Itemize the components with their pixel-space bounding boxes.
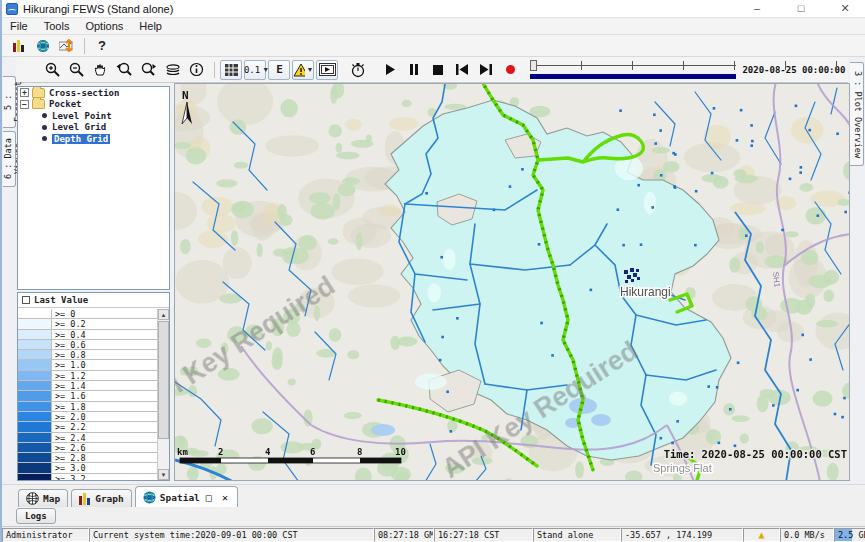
status-throughput: 0.0 MB/s [780, 528, 834, 542]
level-point-dot [737, 361, 740, 364]
tree-leaf[interactable]: Level Point [18, 110, 169, 122]
level-point-dot [716, 386, 719, 389]
map-time-label: Time: 2020-08-25 00:00:00 CST [664, 448, 847, 460]
pause-icon[interactable] [403, 60, 425, 80]
info-icon[interactable] [186, 60, 208, 80]
menu-options[interactable]: Options [77, 20, 131, 32]
legend-panel: Last Value >= 0>= 0.2>= 0.4>= 0.6>= 0.8>… [17, 292, 170, 481]
menu-tools[interactable]: Tools [36, 20, 78, 32]
svg-text:2: 2 [218, 447, 223, 457]
zoom-next-icon[interactable] [138, 60, 160, 80]
globe-icon[interactable] [32, 36, 54, 56]
status-local-time: 16:27:18 CST [434, 528, 533, 542]
play-icon[interactable] [379, 60, 401, 80]
level-point-dot [446, 390, 449, 393]
menu-file[interactable]: File [2, 20, 36, 32]
status-memory[interactable]: 2.5 GB [834, 528, 865, 542]
level-point-dot [734, 444, 737, 447]
status-gmt-time: 08:27:18 GMT [374, 528, 434, 542]
map-view[interactable]: API Key Required API Key Required Hikura… [175, 84, 850, 481]
tree-node[interactable]: −Pocket [18, 99, 169, 111]
level-point-dot [796, 389, 799, 392]
town-label: Hikurangi [620, 285, 671, 299]
level-point-dot [671, 442, 674, 445]
level-point-dot [659, 129, 662, 132]
legend-swatch [18, 340, 52, 349]
last-value-label: Last Value [34, 295, 88, 305]
scroll-up-icon[interactable]: ▲ [158, 309, 169, 320]
legend-entry: >= 1.8 [18, 402, 157, 412]
zoom-in-icon[interactable] [42, 60, 64, 80]
scrollbar-thumb[interactable] [158, 321, 169, 439]
status-bar: Administrator Current system time:2020-0… [2, 526, 865, 542]
stop-icon[interactable] [427, 60, 449, 80]
level-point-dot [674, 153, 677, 156]
side-tab-plot-overview[interactable]: 3 : Plot Overview [850, 62, 864, 166]
close-icon[interactable]: ✕ [823, 0, 865, 17]
tree-leaf[interactable]: Depth Grid [18, 133, 169, 145]
legend-swatch [18, 443, 52, 452]
tree-leaf[interactable]: Level Grid [18, 122, 169, 134]
label-icon[interactable]: E [268, 60, 290, 80]
step-back-icon[interactable] [451, 60, 473, 80]
level-point-dot [740, 109, 743, 112]
step-forward-icon[interactable] [475, 60, 497, 80]
legend-swatch [18, 330, 52, 339]
stopwatch-icon[interactable] [347, 60, 369, 80]
side-tab-data-viewer[interactable]: 6 : Data Viewer [3, 131, 16, 187]
time-slider-thumb[interactable] [530, 60, 537, 71]
globe-blue-icon [143, 491, 156, 504]
legend-swatch [18, 422, 52, 431]
collapse-icon[interactable]: − [20, 100, 29, 109]
level-point-dot [493, 209, 496, 212]
scroll-down-icon[interactable]: ▼ [158, 469, 169, 480]
layers-icon[interactable] [162, 60, 184, 80]
minimize-icon[interactable]: – [735, 0, 779, 17]
scale-dropdown[interactable]: 0.1 ▼ [244, 60, 266, 80]
legend-scrollbar[interactable]: ▲ ▼ [157, 309, 169, 480]
animation-icon[interactable] [316, 60, 338, 80]
legend-label: >= 0.8 [52, 350, 86, 359]
time-slider[interactable] [530, 59, 736, 81]
title-bar[interactable]: Hikurangi FEWS (Stand alone) – □ ✕ [2, 0, 865, 18]
level-point-dot [834, 413, 837, 416]
help-icon[interactable]: ? [91, 36, 113, 56]
side-tab-forecast[interactable]: 5 : Forecast [3, 76, 16, 128]
level-point-dot [440, 256, 443, 259]
bullet-icon [42, 113, 47, 118]
level-point-dot [817, 214, 820, 217]
legend-label: >= 1.6 [52, 391, 86, 400]
legend-entry: >= 2.4 [18, 433, 157, 443]
tab-map[interactable]: Map [18, 489, 68, 507]
legend-swatch [18, 474, 52, 481]
zoom-out-icon[interactable] [66, 60, 88, 80]
timeseries-chart-icon[interactable] [56, 36, 78, 56]
legend-label: >= 3.2 [52, 474, 86, 481]
last-value-checkbox[interactable] [22, 296, 30, 304]
pan-hand-icon[interactable] [90, 60, 112, 80]
level-point-dot [707, 385, 710, 388]
bar-chart-icon [79, 493, 91, 505]
status-warning-cell[interactable]: ▲ [743, 528, 780, 542]
tab-spatial[interactable]: Spatial □ ✕ [135, 486, 238, 507]
zoom-previous-icon[interactable] [114, 60, 136, 80]
database-icon[interactable] [8, 36, 30, 56]
close-panel-icon[interactable]: ✕ [222, 492, 230, 503]
logs-button[interactable]: Logs [16, 508, 56, 524]
grid-icon[interactable] [220, 60, 242, 80]
warning-dropdown[interactable]: ▼ [292, 60, 314, 80]
layer-tree-panel[interactable]: +Cross-section−PocketLevel PointLevel Gr… [17, 86, 170, 290]
maximize-icon[interactable]: □ [779, 0, 823, 17]
legend-entry: >= 2.2 [18, 422, 157, 432]
svg-text:N: N [182, 89, 189, 102]
level-point-dot [538, 243, 541, 246]
legend-swatch [18, 453, 52, 462]
tab-graph[interactable]: Graph [71, 489, 132, 507]
legend-entry: >= 0.2 [18, 319, 157, 329]
restore-panel-icon[interactable]: □ [206, 492, 214, 503]
menu-help[interactable]: Help [131, 20, 170, 32]
level-point-dot [789, 178, 792, 181]
level-point-dot [841, 416, 844, 419]
expand-icon[interactable]: + [20, 88, 29, 97]
record-icon[interactable] [499, 60, 521, 80]
